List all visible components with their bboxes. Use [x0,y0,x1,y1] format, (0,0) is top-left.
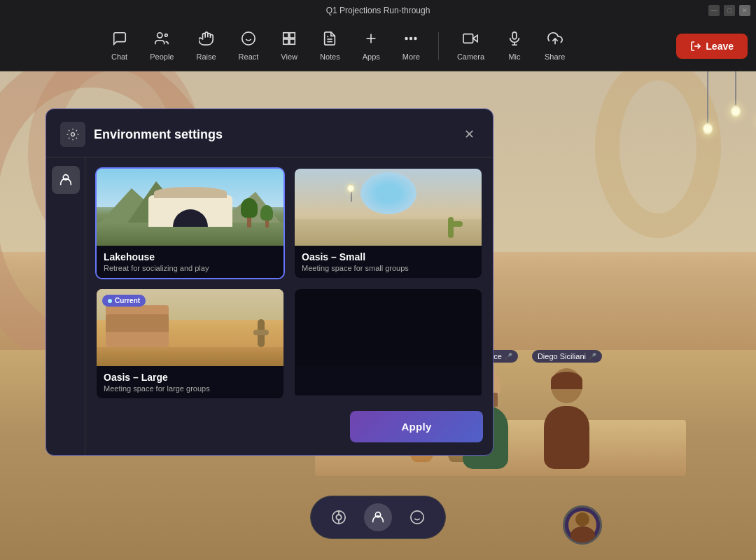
apply-button[interactable]: Apply [350,411,483,442]
panel-footer: Apply [85,400,493,455]
user-avatar-image [568,511,596,539]
svg-point-14 [410,38,412,40]
panel-header: Environment settings ✕ [46,109,493,158]
bottom-react-btn[interactable] [403,503,431,531]
toolbar-raise[interactable]: Raise [186,25,225,66]
env-card-oasis-large[interactable]: Current Oasis – Large Meeting space for … [95,288,285,400]
svg-point-15 [414,38,416,40]
titlebar: Q1 Projections Run-through — □ ✕ [0,0,756,21]
svg-point-30 [411,511,424,524]
bottom-avatar-btn[interactable] [364,503,392,531]
mic-icon [507,31,522,50]
environments-grid: Lakehouse Retreat for socializing and pl… [85,158,493,400]
env-name-oasis-large: Oasis – Large [104,372,276,383]
close-panel-button[interactable]: ✕ [459,125,479,144]
notes-icon [322,31,337,50]
env-info-empty [295,366,482,396]
main-toolbar: Chat People Raise React [0,21,756,71]
svg-marker-16 [473,35,477,41]
leave-button[interactable]: Leave [676,34,748,59]
bottom-env-btn[interactable] [325,503,353,531]
svg-rect-5 [284,33,288,38]
env-info-lakehouse: Lakehouse Retreat for socializing and pl… [97,246,284,278]
current-badge: Current [102,295,146,307]
maximize-btn[interactable]: □ [724,5,735,16]
react-icon [241,31,256,50]
environments-container: Lakehouse Retreat for socializing and pl… [85,158,493,455]
svg-point-23 [71,133,75,136]
camera-icon [463,31,478,50]
toolbar-divider [438,32,439,60]
env-info-oasis-large: Current Oasis – Large Meeting space for … [97,366,284,398]
panel-sidebar [46,158,85,455]
sidebar-avatars-btn[interactable] [52,166,80,194]
bottom-toolbar [310,496,446,539]
chat-icon [112,31,127,50]
env-card-empty [293,288,483,400]
svg-rect-18 [512,32,517,39]
apps-icon [363,31,379,50]
minimize-btn[interactable]: — [708,5,720,16]
close-btn-window[interactable]: ✕ [739,5,750,16]
toolbar-react[interactable]: React [229,25,269,66]
toolbar-more[interactable]: More [393,25,430,66]
window-controls: — □ ✕ [708,5,750,16]
toolbar-people[interactable]: People [140,25,183,66]
panel-body: Lakehouse Retreat for socializing and pl… [46,158,493,455]
toolbar-apps[interactable]: Apps [353,25,390,66]
window-title: Q1 Projections Run-through [326,6,430,15]
svg-point-0 [158,33,162,38]
env-desc-lakehouse: Retreat for socializing and play [104,264,276,272]
user-avatar-self[interactable] [563,505,602,545]
share-icon [547,31,563,50]
env-desc-oasis-small: Meeting space for small groups [302,264,475,272]
more-icon [403,31,419,50]
env-name-oasis-small: Oasis – Small [302,251,475,262]
panel-header-icon [60,122,85,147]
svg-rect-8 [290,39,295,44]
people-icon [154,31,169,50]
env-name-lakehouse: Lakehouse [104,251,276,262]
svg-rect-6 [290,33,295,38]
rock-arch-right [595,56,721,238]
env-card-oasis-small[interactable]: Oasis – Small Meeting space for small gr… [293,167,483,279]
avatar-diego: Diego Siciliani 🎤 [532,350,602,469]
svg-point-13 [406,38,408,40]
svg-point-26 [336,514,341,519]
svg-rect-7 [284,39,288,44]
env-card-lakehouse[interactable]: Lakehouse Retreat for socializing and pl… [95,167,285,279]
svg-point-2 [242,32,255,45]
env-desc-oasis-large: Meeting space for large groups [104,384,276,393]
view-icon [281,31,297,50]
toolbar-share[interactable]: Share [535,25,575,66]
avatar-label-diego: Diego Siciliani 🎤 [532,350,602,363]
toolbar-view[interactable]: View [271,25,307,66]
svg-point-1 [165,34,168,37]
panel-title: Environment settings [94,127,451,142]
env-img-oasis-small [295,169,482,246]
toolbar-mic[interactable]: Mic [497,25,532,66]
environment-panel: Environment settings ✕ [46,108,493,456]
env-img-empty [295,289,482,366]
raise-icon [199,31,214,50]
env-img-lakehouse [97,169,284,246]
toolbar-camera[interactable]: Camera [447,25,494,66]
toolbar-left: Chat People Raise React [0,25,676,66]
toolbar-notes[interactable]: Notes [310,25,350,66]
current-dot [108,299,112,303]
toolbar-right: Leave [676,34,748,59]
env-info-oasis-small: Oasis – Small Meeting space for small gr… [295,246,482,278]
svg-rect-17 [463,34,473,43]
toolbar-chat[interactable]: Chat [102,25,137,66]
